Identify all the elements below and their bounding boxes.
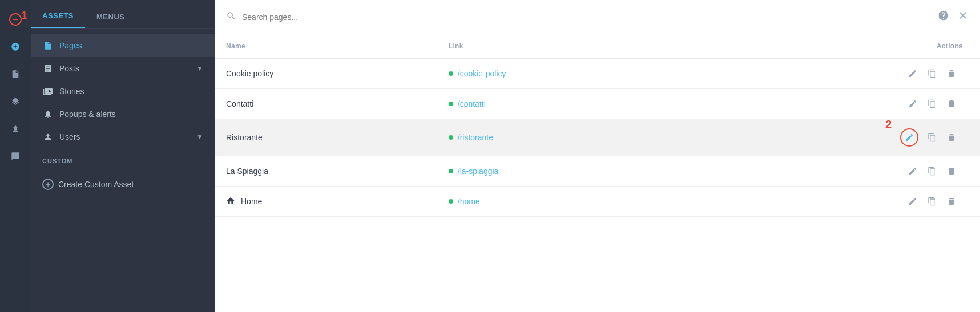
sidebar-item-pages[interactable]: Pages xyxy=(31,34,215,57)
custom-divider xyxy=(42,168,203,168)
posts-icon xyxy=(42,63,54,74)
sidebar-tabs: ASSETS MENUS xyxy=(31,0,215,29)
row-actions-cell xyxy=(691,59,980,89)
delete-page-button[interactable] xyxy=(946,68,957,79)
custom-section-label: CUSTOM xyxy=(42,157,203,164)
sidebar-item-popups[interactable]: Popups & alerts xyxy=(31,103,215,125)
create-custom-asset-button[interactable]: + Create Custom Asset xyxy=(42,174,203,195)
row-name-cell: Ristorante xyxy=(215,119,437,156)
row-link-cell: /home xyxy=(437,187,691,217)
row-name-cell: Contatti xyxy=(215,89,437,119)
status-dot xyxy=(449,102,453,106)
copy-page-button[interactable] xyxy=(926,132,938,143)
row-link-cell: /la-spiaggia xyxy=(437,156,691,187)
page-link[interactable]: /ristorante xyxy=(458,133,493,142)
push-button[interactable] xyxy=(0,115,31,143)
sidebar-nav: Pages Posts ▼ Stories Popups & alerts xyxy=(31,29,215,312)
posts-chevron-icon: ▼ xyxy=(196,64,203,72)
status-dot xyxy=(449,169,453,173)
upload-icon xyxy=(11,124,20,133)
row-name-cell: Cookie policy xyxy=(215,59,437,89)
col-header-name: Name xyxy=(215,34,437,59)
step-1-badge: 1 xyxy=(21,9,27,22)
plus-circle-icon xyxy=(11,42,20,51)
layers-button[interactable] xyxy=(0,88,31,115)
edit-page-button[interactable] xyxy=(907,98,918,110)
hamburger-icon xyxy=(9,13,22,26)
edit-page-button[interactable] xyxy=(907,68,918,79)
sidebar-item-stories[interactable]: Stories xyxy=(31,80,215,103)
document-icon xyxy=(11,70,20,79)
row-actions-cell xyxy=(691,119,980,156)
hamburger-menu-button[interactable]: 1 xyxy=(0,6,31,33)
page-link[interactable]: /la-spiaggia xyxy=(458,167,499,176)
tab-assets[interactable]: ASSETS xyxy=(31,11,85,28)
row-link-cell: /ristorante xyxy=(437,119,691,156)
popups-icon xyxy=(42,108,54,120)
row-link-cell: /contatti xyxy=(437,89,691,119)
row-name: Home xyxy=(241,197,262,206)
row-name-cell: La Spiaggia xyxy=(215,156,437,187)
sidebar-item-posts[interactable]: Posts ▼ xyxy=(31,57,215,80)
sidebar-item-posts-label: Posts xyxy=(59,64,79,73)
table-row: Cookie policy/cookie-policy xyxy=(215,59,980,89)
custom-section: CUSTOM + Create Custom Asset xyxy=(31,148,215,199)
row-name-cell: Home xyxy=(215,187,437,217)
icon-bar: 1 xyxy=(0,0,31,312)
tab-menus[interactable]: MENUS xyxy=(85,13,136,28)
pages-icon-bar-button[interactable] xyxy=(0,60,31,88)
sidebar-item-pages-label: Pages xyxy=(59,41,82,50)
close-button[interactable] xyxy=(957,10,969,24)
table-row: Home/home xyxy=(215,187,980,217)
row-actions-cell xyxy=(691,156,980,187)
plus-circle-icon: + xyxy=(42,179,54,190)
page-link[interactable]: /cookie-policy xyxy=(458,69,506,78)
col-header-actions: Actions xyxy=(691,34,980,59)
edit-page-button[interactable] xyxy=(907,196,918,207)
search-input[interactable] xyxy=(242,13,932,22)
users-chevron-icon: ▼ xyxy=(196,133,203,141)
add-button[interactable] xyxy=(0,33,31,60)
comments-button[interactable] xyxy=(0,143,31,170)
copy-page-button[interactable] xyxy=(926,98,938,110)
table-row: La Spiaggia/la-spiaggia xyxy=(215,156,980,187)
row-actions-cell xyxy=(691,187,980,217)
status-dot xyxy=(449,135,453,140)
sidebar: ASSETS MENUS Pages Posts ▼ Stories xyxy=(31,0,215,312)
search-icon xyxy=(226,11,236,23)
copy-page-button[interactable] xyxy=(926,196,938,207)
delete-page-button[interactable] xyxy=(946,98,957,110)
copy-page-button[interactable] xyxy=(926,68,938,79)
main-content: Name Link Actions Cookie policy/cookie-p… xyxy=(215,0,980,312)
edit-page-button[interactable] xyxy=(907,165,918,177)
help-button[interactable] xyxy=(938,10,949,24)
row-link-cell: /cookie-policy xyxy=(437,59,691,89)
table-row: Contatti/contatti xyxy=(215,89,980,119)
row-actions-cell xyxy=(691,89,980,119)
copy-page-button[interactable] xyxy=(926,165,938,177)
page-link[interactable]: /home xyxy=(458,197,480,206)
delete-page-button[interactable] xyxy=(946,165,957,177)
status-dot xyxy=(449,199,453,204)
home-icon xyxy=(226,196,235,207)
delete-page-button[interactable] xyxy=(946,196,957,207)
col-header-link: Link xyxy=(437,34,691,59)
delete-page-button[interactable] xyxy=(946,132,957,143)
table-row: Ristorante/ristorante xyxy=(215,119,980,156)
page-link[interactable]: /contatti xyxy=(458,99,486,108)
status-dot xyxy=(449,71,453,76)
sidebar-item-popups-label: Popups & alerts xyxy=(59,110,116,119)
create-custom-asset-label: Create Custom Asset xyxy=(58,180,134,189)
pages-table: Name Link Actions Cookie policy/cookie-p… xyxy=(215,34,980,217)
sidebar-item-stories-label: Stories xyxy=(59,87,84,96)
layers-icon xyxy=(11,97,20,106)
chat-icon xyxy=(11,152,20,161)
sidebar-item-users-label: Users xyxy=(59,132,80,141)
page-icon xyxy=(42,40,54,51)
header-actions xyxy=(938,10,969,24)
main-header xyxy=(215,0,980,34)
users-icon xyxy=(42,131,54,143)
edit-page-button[interactable] xyxy=(900,128,918,147)
pages-table-container: Name Link Actions Cookie policy/cookie-p… xyxy=(215,34,980,312)
sidebar-item-users[interactable]: Users ▼ xyxy=(31,125,215,148)
